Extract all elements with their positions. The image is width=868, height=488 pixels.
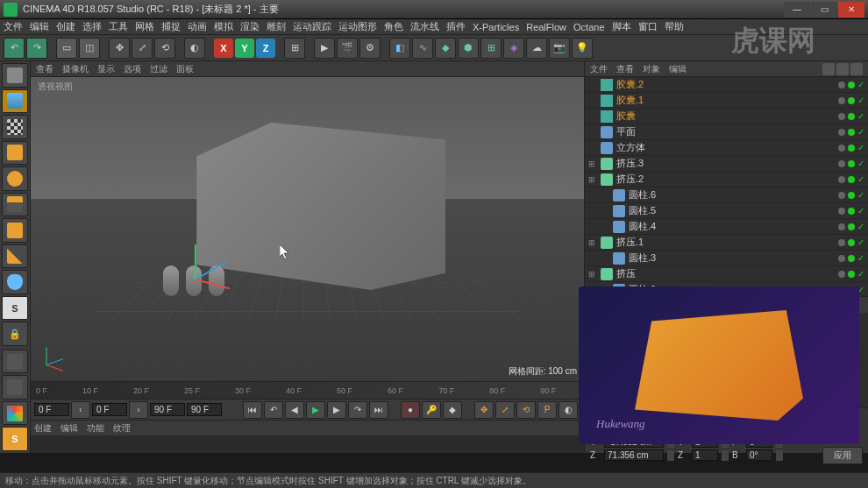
viewport-menu-item[interactable]: 显示 (97, 63, 115, 75)
menu-item[interactable]: 模拟 (214, 20, 233, 33)
model-mode-button[interactable] (2, 89, 28, 114)
menu-item[interactable]: 捕捉 (161, 20, 181, 33)
primitive-cube-button[interactable]: ◧ (389, 38, 410, 59)
scale-tool-button[interactable]: ⤢ (132, 38, 153, 59)
object-row[interactable]: 胶囊.2 ✓ (585, 77, 868, 93)
layer-dot-icon[interactable] (838, 192, 845, 199)
light-button[interactable]: 💡 (572, 38, 593, 59)
header-icon[interactable] (822, 63, 835, 75)
coord-b-field[interactable] (746, 449, 772, 461)
menu-item[interactable]: 窗口 (638, 20, 658, 33)
coord-z-size-field[interactable] (692, 449, 718, 461)
menu-item[interactable]: Octane (573, 22, 604, 32)
layer-dot-icon[interactable] (838, 176, 845, 183)
enable-check-icon[interactable]: ✓ (857, 253, 864, 263)
menu-item[interactable]: 运动跟踪 (293, 20, 331, 33)
deformer-button[interactable]: ◈ (503, 38, 524, 59)
menu-item[interactable]: 网格 (135, 20, 154, 33)
texture-mode-button[interactable] (2, 115, 28, 139)
menu-item[interactable]: 工具 (109, 20, 128, 33)
visibility-dot-icon[interactable] (848, 113, 855, 120)
layer-dot-icon[interactable] (838, 239, 845, 246)
expand-icon[interactable]: ⊞ (588, 238, 597, 247)
obj-menu-item[interactable]: 编辑 (669, 63, 687, 75)
object-row[interactable]: 圆柱.3 ✓ (585, 251, 868, 266)
misc-button[interactable] (2, 401, 28, 426)
visibility-dot-icon[interactable] (848, 176, 855, 183)
play-button[interactable]: ▶ (306, 401, 325, 419)
next-frame-button[interactable]: ▶ (327, 401, 346, 419)
coord-z-pos-field[interactable] (604, 449, 664, 461)
points-mode-button[interactable] (2, 166, 28, 191)
prev-frame-button[interactable]: ◀ (285, 401, 304, 419)
goto-start-button[interactable]: ⏮ (243, 401, 262, 419)
array-button[interactable]: ⊞ (480, 38, 502, 59)
menu-item[interactable]: 帮助 (665, 20, 684, 33)
visibility-dot-icon[interactable] (848, 81, 855, 88)
menu-item[interactable]: 流水线 (410, 20, 439, 33)
snap-s-button[interactable]: S (2, 427, 28, 451)
visibility-dot-icon[interactable] (848, 208, 855, 215)
spin-icon[interactable]: ‹ (71, 401, 90, 419)
visibility-dot-icon[interactable] (848, 271, 855, 278)
keyframe-sel-button[interactable]: ◆ (443, 401, 462, 419)
maximize-button[interactable]: ▭ (811, 2, 837, 18)
frame-start-field[interactable] (34, 403, 69, 416)
autokey-button[interactable]: 🔑 (422, 401, 441, 419)
spinner-icon[interactable] (667, 450, 674, 461)
material-tab[interactable]: 编辑 (60, 422, 78, 435)
key-pla-button[interactable]: ◐ (559, 401, 578, 419)
obj-menu-item[interactable]: 对象 (643, 63, 660, 75)
key-pos-button[interactable]: ✥ (474, 401, 494, 419)
frame-current-field[interactable] (92, 403, 127, 416)
enable-check-icon[interactable]: ✓ (857, 143, 864, 152)
key-rot-button[interactable]: ⟲ (516, 401, 536, 419)
visibility-dot-icon[interactable] (848, 145, 855, 152)
menu-item[interactable]: RealFlow (526, 22, 566, 32)
header-icon[interactable] (850, 63, 863, 75)
lock-button[interactable]: 🔒 (2, 322, 28, 346)
visibility-dot-icon[interactable] (848, 129, 855, 136)
material-tab[interactable]: 创建 (34, 422, 52, 435)
frame-end-field[interactable] (150, 403, 185, 416)
enable-check-icon[interactable]: ✓ (857, 127, 864, 137)
grid-toggle-button[interactable] (2, 350, 28, 374)
undo-button[interactable]: ↶ (4, 38, 25, 59)
enable-check-icon[interactable]: ✓ (857, 222, 864, 231)
key-param-button[interactable]: P (537, 401, 557, 419)
visibility-dot-icon[interactable] (848, 223, 855, 230)
layer-dot-icon[interactable] (838, 208, 845, 215)
layer-dot-icon[interactable] (838, 223, 845, 230)
expand-icon[interactable]: ⊞ (588, 175, 597, 184)
visibility-dot-icon[interactable] (848, 239, 855, 246)
mouse-button[interactable] (2, 270, 28, 294)
select-live-button[interactable]: ▭ (56, 38, 77, 59)
enable-check-icon[interactable]: ✓ (857, 237, 864, 247)
close-button[interactable]: ✕ (838, 2, 864, 18)
hypernurbs-button[interactable]: ⬢ (458, 38, 479, 59)
solo-button[interactable] (2, 375, 28, 400)
record-button[interactable]: ● (401, 401, 420, 419)
menu-item[interactable]: 编辑 (30, 20, 49, 33)
object-row[interactable]: 圆柱.4 ✓ (585, 219, 868, 235)
object-row[interactable]: 胶囊 ✓ (585, 109, 868, 124)
apply-button[interactable]: 应用 (822, 447, 863, 464)
menu-item[interactable]: 渲染 (240, 20, 260, 33)
menu-item[interactable]: 角色 (384, 20, 403, 33)
material-tab[interactable]: 功能 (87, 422, 104, 435)
render-pv-button[interactable]: 🎬 (337, 38, 358, 59)
menu-item[interactable]: 选择 (82, 20, 102, 33)
material-tab[interactable]: 纹理 (113, 422, 131, 435)
workplane-button[interactable] (2, 141, 28, 166)
menu-item[interactable]: 运动图形 (338, 20, 377, 33)
viewport-menu-item[interactable]: 摄像机 (62, 63, 89, 75)
layer-dot-icon[interactable] (838, 113, 845, 120)
object-row[interactable]: ⊞ 挤压.3 ✓ (585, 156, 868, 172)
menu-item[interactable]: 文件 (4, 20, 23, 33)
spline-button[interactable]: ∿ (412, 38, 433, 59)
layer-dot-icon[interactable] (838, 271, 845, 278)
redo-button[interactable]: ↷ (26, 38, 47, 59)
object-row[interactable]: 立方体 ✓ (585, 140, 868, 156)
menu-item[interactable]: 脚本 (612, 20, 631, 33)
camera-button[interactable]: 📷 (549, 38, 570, 59)
